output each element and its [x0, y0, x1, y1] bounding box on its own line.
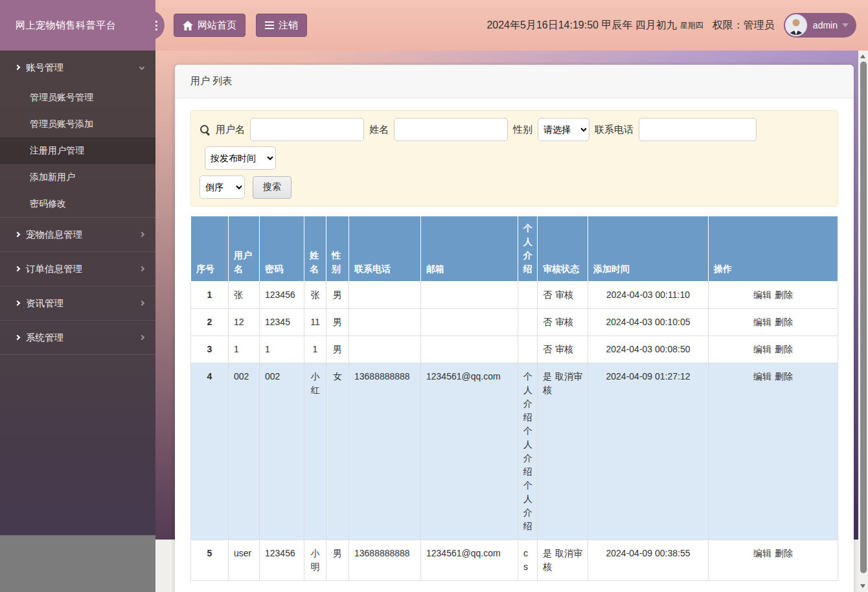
sidebar-item-admin-account-management[interactable]: 管理员账号管理 — [0, 84, 155, 111]
chevron-right-icon — [15, 335, 20, 340]
scroll-down-icon[interactable] — [860, 584, 865, 588]
page-title: 用户 列表 — [190, 75, 232, 87]
sidebar-item-label: 系统管理 — [26, 332, 63, 344]
search-button[interactable]: 搜索 — [253, 176, 291, 199]
cell-actions: 编辑删除 — [709, 309, 838, 336]
audit-toggle-link[interactable]: 审核 — [555, 344, 573, 354]
audit-toggle-link[interactable]: 审核 — [555, 290, 573, 300]
chevron-right-icon — [15, 232, 20, 237]
search-panel: 用户名 姓名 性别 请选择 联系电话 按发布时间 倒序 搜索 — [190, 110, 838, 207]
cell-email: 1234561@qq.com — [421, 540, 518, 581]
cell-phone — [349, 336, 421, 363]
cell-email — [421, 282, 518, 309]
sidebar-item-account-management[interactable]: 账号管理 — [0, 51, 155, 84]
cell-intro: cs — [518, 540, 538, 581]
cell-audit: 否审核 — [538, 336, 588, 363]
cell-username: 1 — [229, 336, 260, 363]
cell-gender: 男 — [326, 540, 349, 581]
cell-gender: 女 — [326, 363, 349, 540]
weekday-text: 星期四 — [680, 20, 703, 31]
user-menu[interactable]: admin — [784, 13, 856, 38]
search-icon — [200, 124, 211, 135]
sidebar-item-order-info-management[interactable]: 订单信息管理 — [0, 252, 155, 286]
col-header-name: 姓名 — [304, 216, 326, 282]
sidebar-item-system-management[interactable]: 系统管理 — [0, 321, 155, 354]
role-label: 权限：管理员 — [713, 19, 775, 32]
sidebar-item-password-change[interactable]: 密码修改 — [0, 190, 155, 217]
delete-link[interactable]: 删除 — [775, 317, 793, 327]
delete-link[interactable]: 删除 — [775, 290, 793, 300]
sort-field-select[interactable]: 按发布时间 — [205, 146, 276, 170]
scrollbar[interactable] — [858, 51, 868, 592]
cell-name: 11 — [304, 309, 326, 336]
sidebar-item-add-new-user[interactable]: 添加新用户 — [0, 164, 155, 190]
gender-select[interactable]: 请选择 — [538, 118, 589, 141]
gender-search-label: 性别 — [513, 124, 532, 136]
cell-actions: 编辑删除 — [709, 336, 838, 363]
username-search-input[interactable] — [250, 118, 364, 141]
sidebar-item-label: 订单信息管理 — [26, 263, 82, 275]
table-header-row: 序号 用户名 密码 姓名 性别 联系电话 邮箱 个人介绍 审核状态 添加时间 操… — [191, 216, 838, 282]
cell-gender: 男 — [326, 336, 349, 363]
cell-index: 5 — [191, 540, 229, 581]
sidebar-item-label: 宠物信息管理 — [26, 229, 82, 241]
cell-time: 2024-04-09 00:38:55 — [588, 540, 709, 581]
datetime-text: 2024年5月16日14:19:50 甲辰年 四月初九 — [486, 19, 676, 32]
cell-time: 2024-04-03 00:10:05 — [588, 309, 709, 336]
chevron-down-icon — [139, 65, 144, 70]
cell-name: 张 — [304, 282, 326, 309]
cell-username: 12 — [229, 309, 260, 336]
home-button-label: 网站首页 — [198, 19, 236, 32]
table-row: 5 user 123456 小明 男 13688888888 1234561@q… — [191, 540, 838, 581]
cell-password: 123456 — [260, 282, 304, 309]
cell-password: 1 — [260, 336, 304, 363]
sidebar-item-news-management[interactable]: 资讯管理 — [0, 286, 155, 320]
delete-link[interactable]: 删除 — [775, 371, 793, 381]
sidebar-item-label: 账号管理 — [26, 62, 63, 74]
cell-intro — [518, 309, 538, 336]
sidebar-item-pet-info-management[interactable]: 宠物信息管理 — [0, 218, 155, 251]
edit-link[interactable]: 编辑 — [753, 290, 771, 300]
cell-audit: 是取消审核 — [538, 363, 588, 540]
col-header-email: 邮箱 — [421, 216, 518, 282]
cell-actions: 编辑删除 — [709, 363, 838, 540]
cell-username: 002 — [229, 363, 260, 540]
home-button[interactable]: 网站首页 — [174, 14, 246, 37]
sidebar-item-registered-user-management[interactable]: 注册用户管理 — [0, 137, 155, 164]
delete-link[interactable]: 删除 — [775, 548, 793, 558]
edit-link[interactable]: 编辑 — [753, 371, 771, 381]
chevron-right-icon — [15, 266, 20, 271]
cell-intro — [518, 282, 538, 309]
cell-password: 002 — [260, 363, 304, 540]
logout-button[interactable]: 注销 — [256, 14, 307, 37]
list-icon — [265, 21, 274, 29]
phone-search-input[interactable] — [639, 118, 757, 141]
delete-link[interactable]: 删除 — [775, 344, 793, 354]
cell-gender: 男 — [326, 309, 349, 336]
col-header-intro: 个人介绍 — [518, 216, 538, 282]
cell-index: 1 — [191, 282, 229, 309]
sidebar-item-admin-account-add[interactable]: 管理员账号添加 — [0, 111, 155, 137]
col-header-gender: 性别 — [326, 216, 349, 282]
cell-email — [421, 309, 518, 336]
app-logo: 网上宠物销售科普平台 — [0, 0, 155, 51]
audit-status: 否 — [543, 317, 552, 327]
edit-link[interactable]: 编辑 — [753, 344, 771, 354]
logout-button-label: 注销 — [279, 19, 298, 32]
col-header-audit: 审核状态 — [538, 216, 588, 282]
cell-email — [421, 336, 518, 363]
submenu-item-label: 注册用户管理 — [30, 145, 84, 157]
table-row: 2 12 12345 11 男 否审核 2024-04-03 00:10:05 … — [191, 309, 838, 336]
edit-link[interactable]: 编辑 — [753, 317, 771, 327]
sort-order-select[interactable]: 倒序 — [200, 176, 245, 199]
cell-username: user — [229, 540, 260, 581]
scroll-up-icon[interactable] — [860, 54, 865, 58]
scrollbar-thumb[interactable] — [860, 62, 867, 573]
cell-index: 2 — [191, 309, 229, 336]
name-search-input[interactable] — [394, 118, 508, 141]
edit-link[interactable]: 编辑 — [753, 548, 771, 558]
audit-toggle-link[interactable]: 审核 — [555, 317, 573, 327]
col-header-time: 添加时间 — [588, 216, 709, 282]
sidebar: 账号管理 管理员账号管理 管理员账号添加 注册用户管理 添加新用户 密码修改 — [0, 51, 155, 592]
cell-name: 1 — [304, 336, 326, 363]
